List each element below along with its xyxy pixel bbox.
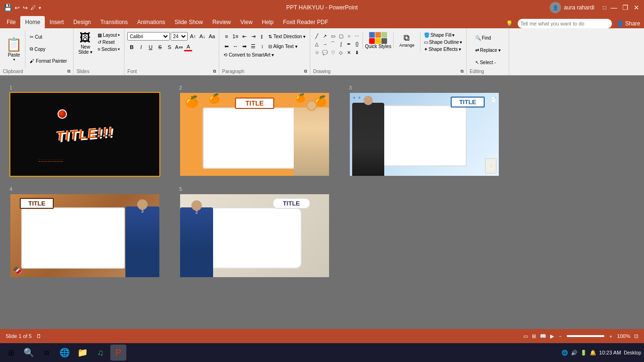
tab-design[interactable]: Design	[68, 16, 95, 28]
user-area[interactable]: 👤 aura rahardi	[550, 2, 594, 13]
slide-thumb-4[interactable]: TITLE 3 🍫	[9, 193, 160, 278]
slide-thumb-1[interactable]: TITLE!!! . . . . . . . . . . . .	[9, 92, 160, 177]
shape-outline-button[interactable]: ▭ Shape Outline ▾	[422, 39, 463, 45]
slideshow-view-button[interactable]: ▶	[550, 333, 554, 339]
quick-access-more[interactable]: ▾	[39, 5, 41, 10]
bullets-button[interactable]: ≡	[222, 32, 231, 41]
drawing-expand[interactable]: ⧉	[461, 69, 463, 74]
shape-heart[interactable]: ♡	[329, 49, 337, 56]
tab-slideshow[interactable]: Slide Show	[170, 16, 207, 28]
text-shadow-button[interactable]: S	[165, 43, 173, 51]
taskbar-powerpoint[interactable]: P	[110, 345, 126, 361]
taskbar-file-explorer[interactable]: 📁	[74, 345, 91, 361]
clipboard-expand[interactable]: ⧉	[67, 69, 70, 74]
change-case-button[interactable]: Aa	[207, 32, 216, 41]
reset-button[interactable]: ↺ Reset	[96, 39, 121, 45]
slide-thumb-3[interactable]: ✦ ✦ 📄 TITLE 🥛	[349, 92, 500, 177]
italic-button[interactable]: I	[137, 43, 145, 51]
reading-view-button[interactable]: 📖	[540, 333, 546, 339]
tab-foxit[interactable]: Foxit Reader PDF	[278, 16, 333, 28]
shape-oval[interactable]: ○	[345, 32, 353, 40]
zoom-slider[interactable]	[567, 335, 604, 337]
normal-view-button[interactable]: ▭	[523, 333, 528, 339]
undo-icon[interactable]: ↩	[15, 4, 20, 11]
network-icon[interactable]: 🌐	[561, 350, 568, 356]
start-button[interactable]: ⊞	[3, 345, 19, 361]
slide-wrapper-3[interactable]: 3 ✦ ✦ 📄 TITLE 🥛	[349, 85, 504, 177]
shape-rounded-rect[interactable]: ▢	[337, 32, 345, 40]
shape-rect[interactable]: ▭	[329, 32, 337, 40]
decrease-indent-button[interactable]: ⇤	[240, 32, 248, 41]
character-spacing-button[interactable]: A⇔	[174, 43, 183, 51]
shape-curve[interactable]: ∫	[337, 40, 345, 48]
slide-wrapper-1[interactable]: 1 TITLE!!! . . . . . . . . . . . .	[9, 85, 165, 177]
quick-styles-button[interactable]: Quick Styles	[365, 32, 391, 49]
format-painter-button[interactable]: 🖌 Format Painter	[28, 58, 68, 64]
layout-button[interactable]: ▦ Layout ▾	[96, 32, 121, 38]
font-size-select[interactable]: 24	[171, 32, 188, 41]
desktop-button[interactable]: Desktop	[624, 350, 641, 355]
justify-button[interactable]: ☰	[249, 42, 257, 50]
font-expand[interactable]: ⧉	[213, 69, 216, 74]
shape-diamond[interactable]: ◇	[337, 49, 345, 56]
tab-view[interactable]: View	[236, 16, 257, 28]
tab-home[interactable]: Home	[20, 16, 45, 28]
bold-button[interactable]: B	[127, 43, 136, 51]
fit-slide-button[interactable]: ⊡	[634, 333, 638, 339]
minimize-button[interactable]: —	[610, 4, 618, 11]
zoom-out-button[interactable]: －	[558, 333, 563, 340]
decrease-font-button[interactable]: A↓	[198, 32, 206, 41]
align-text-button[interactable]: ⊟ Align Text ▾	[267, 43, 298, 49]
save-icon[interactable]: 💾	[4, 4, 12, 11]
find-button[interactable]: 🔍 Find	[474, 35, 502, 41]
slide-thumb-2[interactable]: 🍊 🍊 🍊 🍊 TITLE	[179, 92, 330, 177]
shape-more2[interactable]: ⬇	[353, 49, 361, 56]
slide-sorter-button[interactable]: ⊞	[532, 333, 536, 339]
shape-cross[interactable]: ✕	[345, 49, 353, 56]
task-view-button[interactable]: ⧉	[39, 345, 55, 361]
tab-review[interactable]: Review	[207, 16, 235, 28]
paragraph-expand[interactable]: ⧉	[304, 69, 307, 74]
shape-line[interactable]: ╱	[313, 32, 321, 40]
tab-file[interactable]: File	[2, 16, 20, 28]
font-color-button[interactable]: A	[184, 43, 192, 51]
paste-button[interactable]: 📋 Paste ▾	[3, 30, 25, 68]
tab-animations[interactable]: Animations	[132, 16, 170, 28]
shape-arrow[interactable]: ↗	[321, 32, 329, 40]
increase-indent-button[interactable]: ⇥	[249, 32, 257, 41]
slide-thumb-5[interactable]: TITLE 2	[179, 193, 330, 278]
shape-star[interactable]: ☆	[313, 49, 321, 56]
font-name-select[interactable]: Calibri	[127, 32, 170, 41]
slide-wrapper-4[interactable]: 4 TITLE 3 🍫	[9, 186, 165, 278]
shapes-more[interactable]: ⋯	[353, 32, 361, 40]
taskbar-browser[interactable]: 🌐	[57, 345, 73, 361]
zoom-in-button[interactable]: ＋	[608, 333, 613, 340]
maximize-button[interactable]: ❐	[621, 4, 629, 11]
slide-wrapper-5[interactable]: 5 TITLE 2	[179, 186, 335, 278]
redo-icon[interactable]: ↪	[23, 4, 28, 11]
align-center-button[interactable]: ↔	[231, 42, 239, 50]
underline-button[interactable]: U	[146, 43, 155, 51]
volume-icon[interactable]: 🔊	[571, 350, 578, 356]
numbering-button[interactable]: 1≡	[231, 32, 239, 41]
tab-transitions[interactable]: Transitions	[96, 16, 132, 28]
share-button[interactable]: 👤 Share	[617, 20, 640, 27]
select-button[interactable]: ↖ Select -	[474, 59, 502, 66]
shape-scroll[interactable]: {}	[353, 40, 361, 48]
search-taskbar-button[interactable]: 🔍	[21, 345, 37, 361]
tab-insert[interactable]: Insert	[45, 16, 68, 28]
replace-button[interactable]: ⇄ Replace ▾	[474, 47, 502, 53]
section-button[interactable]: ≡ Section ▾	[96, 46, 121, 52]
close-button[interactable]: ✕	[633, 4, 640, 11]
increase-font-button[interactable]: A↑	[189, 32, 197, 41]
copy-button[interactable]: ⧉ Copy	[28, 46, 68, 52]
columns-button[interactable]: ⫿	[258, 32, 266, 41]
align-left-button[interactable]: ⬅	[222, 42, 231, 50]
taskbar-spotify[interactable]: ♫	[92, 345, 108, 361]
shape-callout[interactable]: 💬	[321, 49, 329, 56]
shape-connector[interactable]: ⌒	[329, 40, 337, 48]
shape-triangle[interactable]: △	[313, 40, 321, 48]
slide-wrapper-2[interactable]: 2 🍊 🍊 🍊 🍊 TITLE	[179, 85, 335, 177]
notification-icon[interactable]: 🔔	[590, 350, 596, 356]
notes-icon[interactable]: 🗒	[36, 333, 41, 339]
